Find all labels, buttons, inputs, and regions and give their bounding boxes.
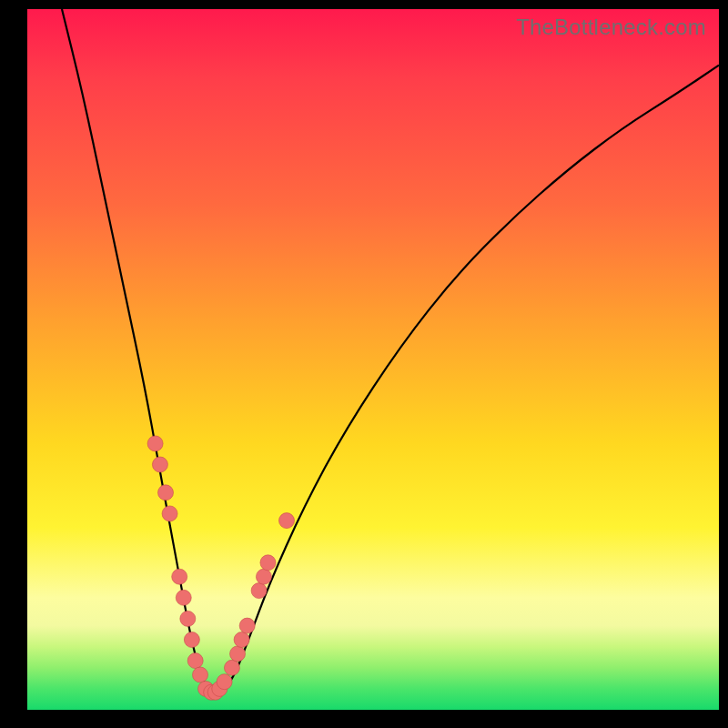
bottleneck-curve [62, 9, 719, 696]
sample-marker [234, 632, 249, 648]
sample-marker [162, 506, 177, 521]
sample-marker [230, 646, 246, 662]
sample-marker [172, 569, 187, 584]
sample-marker [147, 436, 163, 451]
plot-area: TheBottleneck.com [27, 9, 719, 710]
sample-marker [256, 569, 271, 584]
sample-marker [158, 485, 174, 500]
sample-marker [217, 674, 232, 690]
sample-markers-group [147, 436, 294, 700]
sample-marker [239, 618, 255, 633]
sample-marker [176, 590, 191, 605]
curve-svg [27, 9, 719, 710]
sample-marker [193, 667, 208, 682]
sample-marker [184, 632, 199, 648]
sample-marker [224, 660, 239, 675]
sample-marker [251, 583, 267, 599]
chart-frame: TheBottleneck.com [0, 0, 728, 728]
sample-marker [152, 457, 167, 472]
sample-marker [279, 513, 295, 529]
sample-marker [180, 611, 196, 626]
sample-marker [187, 653, 203, 669]
sample-marker [260, 555, 276, 571]
